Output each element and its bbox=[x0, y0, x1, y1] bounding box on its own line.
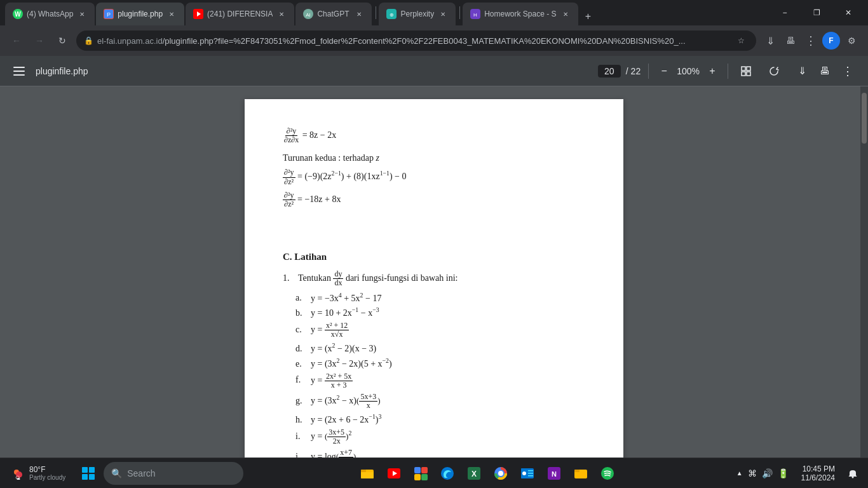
security-icon: 🔒 bbox=[84, 36, 93, 45]
chevron-up-icon[interactable]: ▲ bbox=[736, 470, 743, 477]
taskbar-right: ▲ ⌘ 🔊 🔋 10:45 PM 11/6/2024 bbox=[731, 463, 863, 484]
profile-button[interactable]: F bbox=[822, 32, 840, 50]
scrollbar-track[interactable] bbox=[860, 86, 868, 458]
tab-perplexity[interactable]: ⊕ Perplexity ✕ bbox=[379, 3, 456, 25]
rotate-button[interactable] bbox=[764, 61, 784, 81]
tab-youtube[interactable]: (241) DIFERENSIA ✕ bbox=[186, 3, 294, 25]
reload-button[interactable]: ↻ bbox=[53, 32, 71, 50]
pdf-toolbar: pluginfile.php / 22 − 100% + ⇓ 🖶 ⋮ bbox=[0, 56, 868, 86]
exercise-item-f: f. y = 2x² + 5xx + 3 bbox=[295, 372, 585, 390]
toolbar-right: ⇓ 🖶 ⋮ F ⚙ bbox=[761, 32, 860, 50]
bookmark-button[interactable]: ☆ bbox=[733, 33, 749, 48]
svg-rect-35 bbox=[528, 470, 533, 471]
svg-text:H: H bbox=[473, 12, 477, 18]
more-button[interactable]: ⋮ bbox=[802, 32, 820, 50]
page-number-input[interactable] bbox=[598, 65, 621, 78]
zoom-in-button[interactable]: + bbox=[705, 64, 720, 79]
taskbar-app-onenote[interactable]: N bbox=[541, 461, 567, 486]
more-pdf-button[interactable]: ⋮ bbox=[837, 61, 858, 81]
title-bar: W (4) WhatsApp ✕ P pluginfile.php ✕ (241… bbox=[0, 0, 868, 86]
svg-rect-11 bbox=[747, 72, 750, 76]
zoom-section: − 100% + bbox=[656, 64, 720, 79]
fit-page-button[interactable] bbox=[736, 61, 756, 81]
partial-deriv-line2: ∂²y∂z² = (−9)(2z2−1) + (8)(1xz1−1) − 0 bbox=[283, 168, 585, 186]
sidebar-toggle-button[interactable] bbox=[10, 62, 28, 80]
taskbar-app-chrome[interactable] bbox=[488, 461, 513, 486]
notification-button[interactable] bbox=[843, 463, 863, 484]
minimize-button[interactable]: − bbox=[770, 3, 799, 23]
taskbar-app-spotify[interactable] bbox=[595, 461, 620, 486]
extensions-button[interactable]: ⚙ bbox=[843, 32, 860, 50]
svg-text:⊕: ⊕ bbox=[390, 12, 394, 18]
url-bar[interactable]: 🔒 el-fai.unpam.ac.id/pluginfile.php?file… bbox=[76, 30, 756, 51]
tab-homework-close[interactable]: ✕ bbox=[560, 9, 571, 19]
tab-pluginfile[interactable]: P pluginfile.php ✕ bbox=[96, 3, 184, 25]
partial-deriv-section: ∂²y∂z∂x = 8z − 2x Turunan kedua : terhad… bbox=[283, 127, 585, 208]
volume-icon[interactable]: 🔊 bbox=[762, 468, 773, 478]
close-button[interactable]: ✕ bbox=[834, 3, 863, 23]
clock-date: 11/6/2024 bbox=[801, 473, 835, 482]
perplexity-favicon: ⊕ bbox=[386, 9, 397, 19]
page-separator: / 22 bbox=[626, 66, 641, 76]
back-button[interactable]: ← bbox=[8, 32, 25, 50]
exercise-item-a: a. y = −3x4 + 5x2 − 17 bbox=[295, 292, 585, 304]
svg-rect-24 bbox=[414, 474, 421, 480]
media-icon bbox=[386, 466, 402, 481]
outlook-icon bbox=[520, 466, 535, 481]
tab-whatsapp[interactable]: W (4) WhatsApp ✕ bbox=[5, 3, 95, 25]
system-clock[interactable]: 10:45 PM 11/6/2024 bbox=[796, 463, 840, 484]
taskbar-app-3[interactable] bbox=[408, 461, 433, 486]
weather-desc: Partly cloudy bbox=[29, 474, 65, 481]
tab-youtube-close[interactable]: ✕ bbox=[276, 9, 287, 19]
wifi-icon[interactable]: ⌘ bbox=[748, 468, 757, 478]
taskbar: 🌤 80°F Partly cloudy 🔍 Search bbox=[0, 458, 868, 488]
print-pdf-button[interactable]: 🖶 bbox=[815, 61, 835, 81]
tab-chatgpt-title: ChatGPT bbox=[317, 10, 350, 18]
exercise-1-header: 1. Tentukan dydx dari fungsi-fungsi di b… bbox=[283, 270, 585, 287]
tab-pluginfile-close[interactable]: ✕ bbox=[166, 9, 177, 19]
taskbar-app-explorer2[interactable] bbox=[568, 461, 593, 486]
scrollbar-thumb[interactable] bbox=[862, 93, 867, 144]
start-button[interactable] bbox=[76, 461, 101, 486]
battery-icon[interactable]: 🔋 bbox=[778, 468, 789, 478]
svg-text:N: N bbox=[552, 470, 557, 478]
print-button[interactable]: 🖶 bbox=[782, 32, 799, 50]
svg-rect-37 bbox=[528, 475, 533, 477]
tab-homework-title: Homework Space - S bbox=[484, 10, 556, 18]
search-label: Search bbox=[127, 468, 155, 478]
taskbar-app-file-explorer[interactable] bbox=[355, 461, 380, 486]
taskbar-weather[interactable]: 🌤 80°F Partly cloudy bbox=[5, 463, 71, 484]
tab-pluginfile-title: pluginfile.php bbox=[118, 10, 163, 18]
new-tab-button[interactable]: + bbox=[580, 8, 597, 25]
section-c-latihan: C. Latihan 1. Tentukan dydx dari fungsi-… bbox=[283, 252, 585, 458]
taskbar-app-media[interactable] bbox=[381, 461, 407, 486]
taskbar-app-excel[interactable]: X bbox=[461, 461, 487, 486]
taskbar-app-edge[interactable] bbox=[435, 461, 460, 486]
svg-rect-22 bbox=[414, 467, 421, 473]
tab-perplexity-close[interactable]: ✕ bbox=[438, 9, 448, 19]
svg-rect-13 bbox=[742, 72, 745, 76]
download-button[interactable]: ⇓ bbox=[761, 32, 779, 50]
zoom-level: 100% bbox=[677, 66, 700, 76]
svg-text:AI: AI bbox=[306, 12, 311, 18]
svg-text:X: X bbox=[471, 470, 477, 478]
system-tray[interactable]: ▲ ⌘ 🔊 🔋 bbox=[731, 466, 794, 481]
maximize-button[interactable]: ❐ bbox=[802, 3, 831, 23]
taskbar-app-outlook[interactable] bbox=[515, 461, 540, 486]
search-icon: 🔍 bbox=[111, 468, 122, 478]
download-pdf-button[interactable]: ⇓ bbox=[792, 61, 812, 81]
weather-text: 80°F Partly cloudy bbox=[29, 465, 65, 481]
zoom-out-button[interactable]: − bbox=[656, 64, 672, 79]
pdf-page: ∂²y∂z∂x = 8z − 2x Turunan kedua : terhad… bbox=[245, 99, 623, 458]
exercise-item-d: d. y = (x2 − 2)(x − 3) bbox=[295, 342, 585, 354]
hamburger-line-2 bbox=[13, 71, 25, 72]
tab-homework[interactable]: H Homework Space - S ✕ bbox=[463, 3, 578, 25]
forward-button[interactable]: → bbox=[31, 32, 48, 50]
tab-chatgpt[interactable]: AI ChatGPT ✕ bbox=[295, 3, 372, 25]
homework-favicon: H bbox=[470, 9, 480, 19]
tab-chatgpt-close[interactable]: ✕ bbox=[354, 9, 364, 19]
section-c-heading: C. Latihan bbox=[283, 252, 585, 262]
taskbar-search[interactable]: 🔍 Search bbox=[104, 462, 243, 485]
tab-whatsapp-close[interactable]: ✕ bbox=[77, 9, 87, 19]
partial-deriv-line3: ∂²y∂z² = −18z + 8x bbox=[283, 191, 585, 208]
